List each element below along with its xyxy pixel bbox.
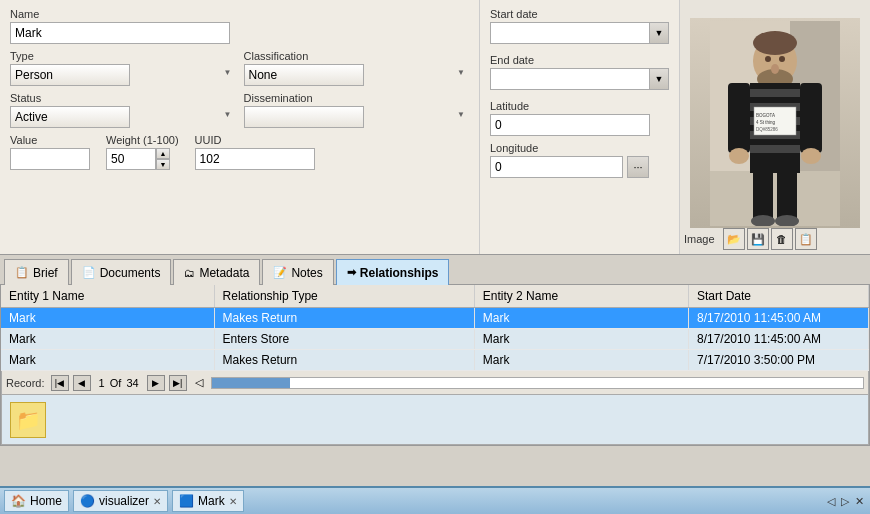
end-date-input[interactable] — [490, 68, 650, 90]
end-date-label: End date — [490, 54, 669, 66]
weight-spin-up[interactable]: ▲ — [156, 148, 170, 159]
tab-notes[interactable]: 📝 Notes — [262, 259, 333, 285]
cell-startdate: 7/17/2010 3:50:00 PM — [689, 350, 869, 371]
svg-rect-20 — [800, 83, 822, 153]
table-scroll-area[interactable]: Entity 1 Name Relationship Type Entity 2… — [1, 285, 869, 371]
status-home[interactable]: 🏠 Home — [4, 490, 69, 512]
value-input[interactable] — [10, 148, 90, 170]
start-date-group: Start date ▼ — [490, 8, 669, 44]
svg-rect-19 — [728, 83, 750, 153]
table-row[interactable]: Mark Makes Return Mark 8/17/2010 11:45:0… — [1, 308, 869, 329]
svg-point-22 — [801, 148, 821, 164]
start-date-wrap: ▼ — [490, 22, 669, 44]
notes-icon: 📝 — [273, 266, 287, 279]
type-select[interactable]: Person Organization Location Event — [10, 64, 130, 86]
cell-reltype: Makes Return — [214, 308, 474, 329]
cell-entity1: Mark — [1, 329, 214, 350]
image-delete-btn[interactable]: 🗑 — [771, 228, 793, 250]
tab-relationships[interactable]: ➡ Relationships — [336, 259, 450, 285]
mark-close-btn[interactable]: ✕ — [229, 496, 237, 507]
weight-label: Weight (1-100) — [106, 134, 179, 146]
status-mark[interactable]: 🟦 Mark ✕ — [172, 490, 244, 512]
relationships-icon: ➡ — [347, 266, 356, 279]
weight-spin-down[interactable]: ▼ — [156, 159, 170, 170]
value-label: Value — [10, 134, 90, 146]
status-select-wrapper: Active Inactive Pending — [10, 106, 236, 128]
tab-metadata[interactable]: 🗂 Metadata — [173, 259, 260, 285]
dissemination-select[interactable]: Internal External — [244, 106, 364, 128]
mark-icon: 🟦 — [179, 494, 194, 508]
record-progress-fill — [212, 378, 290, 388]
svg-rect-24 — [777, 171, 797, 221]
svg-point-6 — [765, 56, 771, 62]
nav-close-arrow[interactable]: ✕ — [853, 495, 866, 508]
start-date-label: Start date — [490, 8, 669, 20]
weight-spinner-group: ▲ ▼ — [106, 148, 179, 170]
svg-point-21 — [729, 148, 749, 164]
cell-entity1: Mark — [1, 350, 214, 371]
table-row[interactable]: Mark Enters Store Mark 8/17/2010 11:45:0… — [1, 329, 869, 350]
col-reltype: Relationship Type — [214, 285, 474, 308]
longitude-input[interactable] — [490, 156, 623, 178]
table-row[interactable]: Mark Makes Return Mark 7/17/2010 3:50:00… — [1, 350, 869, 371]
image-save-btn[interactable]: 💾 — [747, 228, 769, 250]
cell-entity1: Mark — [1, 308, 214, 329]
longitude-more-btn[interactable]: ··· — [627, 156, 649, 178]
col-startdate: Start Date — [689, 285, 869, 308]
classification-select[interactable]: None Unclassified Confidential Secret — [244, 64, 364, 86]
end-date-group: End date ▼ — [490, 54, 669, 90]
latitude-label: Latitude — [490, 100, 669, 112]
form-right: Start date ▼ End date ▼ Latitude Longitu… — [480, 0, 680, 254]
tabs-bar: 📋 Brief 📄 Documents 🗂 Metadata 📝 Notes ➡… — [0, 255, 870, 285]
weight-field: Weight (1-100) ▲ ▼ — [106, 134, 179, 170]
image-label: Image — [684, 233, 715, 245]
classification-field: Classification None Unclassified Confide… — [244, 50, 470, 86]
latitude-input[interactable] — [490, 114, 650, 136]
nav-left-arrow[interactable]: ◁ — [825, 495, 837, 508]
uuid-label: UUID — [195, 134, 315, 146]
nav-last-btn[interactable]: ▶| — [169, 375, 187, 391]
svg-text:4 St thing: 4 St thing — [756, 120, 776, 125]
brief-icon: 📋 — [15, 266, 29, 279]
image-toolbar: Image 📂 💾 🗑 📋 — [680, 228, 870, 250]
tab-documents-label: Documents — [100, 266, 161, 280]
status-field: Status Active Inactive Pending — [10, 92, 236, 128]
nav-prev-btn[interactable]: ◀ — [73, 375, 91, 391]
uuid-input[interactable] — [195, 148, 315, 170]
col-entity1: Entity 1 Name — [1, 285, 214, 308]
cell-entity2: Mark — [474, 350, 688, 371]
metadata-icon: 🗂 — [184, 267, 195, 279]
nav-first-btn[interactable]: |◀ — [51, 375, 69, 391]
form-left: Name Type Person Organization Location E… — [0, 0, 480, 254]
dissemination-label: Dissemination — [244, 92, 470, 104]
tab-brief[interactable]: 📋 Brief — [4, 259, 69, 285]
name-input[interactable] — [10, 22, 230, 44]
start-date-dropdown-btn[interactable]: ▼ — [650, 22, 669, 44]
nav-arrows: ◁ ▷ ✕ — [825, 495, 866, 508]
type-select-wrapper: Person Organization Location Event — [10, 64, 236, 86]
visualizer-close-btn[interactable]: ✕ — [153, 496, 161, 507]
status-visualizer[interactable]: 🔵 visualizer ✕ — [73, 490, 168, 512]
tab-brief-label: Brief — [33, 266, 58, 280]
weight-input[interactable] — [106, 148, 156, 170]
svg-rect-23 — [753, 171, 773, 221]
nav-next-btn[interactable]: ▶ — [147, 375, 165, 391]
cell-reltype: Enters Store — [214, 329, 474, 350]
image-folder-btn[interactable]: 📂 — [723, 228, 745, 250]
svg-rect-10 — [750, 89, 800, 97]
open-folder-btn[interactable]: 📁 — [10, 402, 46, 438]
status-label: Status — [10, 92, 236, 104]
image-copy-btn[interactable]: 📋 — [795, 228, 817, 250]
start-date-input[interactable] — [490, 22, 650, 44]
uuid-field: UUID — [195, 134, 315, 170]
nav-right-arrow[interactable]: ▷ — [839, 495, 851, 508]
classification-select-wrapper: None Unclassified Confidential Secret — [244, 64, 470, 86]
longitude-group: Longitude ··· — [490, 142, 669, 178]
tab-documents[interactable]: 📄 Documents — [71, 259, 172, 285]
end-date-dropdown-btn[interactable]: ▼ — [650, 68, 669, 90]
status-bar: 🏠 Home 🔵 visualizer ✕ 🟦 Mark ✕ ◁ ▷ ✕ — [0, 486, 870, 514]
status-select[interactable]: Active Inactive Pending — [10, 106, 130, 128]
svg-point-7 — [779, 56, 785, 62]
cell-startdate: 8/17/2010 11:45:00 AM — [689, 308, 869, 329]
longitude-wrap: ··· — [490, 156, 669, 178]
